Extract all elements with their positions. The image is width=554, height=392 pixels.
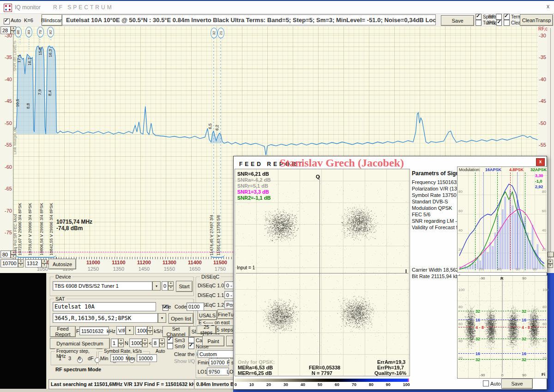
marked-peak-oval: 21 [217, 28, 224, 38]
step-6-label: 6 [78, 356, 81, 361]
rf-jpg-checkbox-pair: RF JPG [486, 14, 502, 26]
lnb-status-bar: 0.84m Inverto Black U [194, 379, 237, 389]
x-axis-if-label: 1750 [210, 266, 230, 272]
avg-spinner[interactable]: 8▲▼ [152, 339, 165, 347]
usals-button[interactable]: USALS [198, 310, 217, 320]
titlebar: IQ monitor RF SPECTRUM x [0, 0, 554, 14]
right-scrollbar[interactable] [547, 26, 554, 273]
r-axis-label: R [500, 276, 504, 281]
i-axis [236, 273, 409, 273]
diseqc11-label: DiSEqC 1.1 [198, 292, 224, 298]
custom-field[interactable]: Custom [198, 350, 234, 358]
mod-ytick-right: 60 [542, 209, 546, 213]
clean-checkbox[interactable] [504, 20, 510, 26]
fi-axis-label: Fi [542, 372, 545, 377]
q-axis-label: Q [316, 174, 320, 179]
set-channel-button[interactable]: Set Channel [163, 326, 189, 337]
param-snr-lm: SNR regarding LM -0, dB [412, 218, 456, 224]
code-field[interactable]: 0100 [187, 303, 204, 311]
jpg-checkbox[interactable] [496, 20, 502, 26]
transponder-combo[interactable]: 3645,R,16130,56,S2;8PSK▼ [53, 313, 166, 323]
autosize-button[interactable]: Autosize [48, 259, 76, 269]
max-symbolrate-field[interactable]: 10000 [137, 354, 157, 362]
phase-ytick-right: 100 [542, 288, 548, 292]
phase-bottom-tick: 0 [501, 373, 503, 377]
y-axis-label: -55 [1, 142, 12, 148]
polarization-combo[interactable]: V/R▼ [116, 326, 134, 335]
phase-ytick: 80 [458, 305, 463, 309]
noise-checkbox[interactable] [188, 343, 194, 349]
sat-group-caption: SAT [54, 296, 66, 302]
scrollbar-thumb[interactable] [548, 252, 554, 257]
x-axis-if-label: 1550 [159, 266, 180, 272]
scale-tick: 70 [352, 382, 356, 387]
blue-threshold-line [517, 172, 518, 270]
x-axis-label: 11400 [185, 260, 205, 265]
start-button[interactable]: Start [176, 281, 193, 292]
symbolrate-spinner[interactable]: 1000▲▼ [135, 326, 153, 335]
spectr-checkbox[interactable] [476, 14, 482, 20]
cleantransp-button[interactable]: CleanTransp [520, 14, 553, 26]
span-spinner[interactable]: 1312▲▼ [25, 259, 47, 267]
rf-scale-label: RF,c [538, 26, 548, 31]
transponder-group-bracket [16, 254, 56, 258]
fmin-spinner[interactable]: 10700▲▼ [0, 259, 24, 267]
save-spectrum-button[interactable]: Save [441, 15, 474, 26]
fmin-label: Fmin [198, 360, 209, 365]
feed-report-button[interactable]: Feed Report [50, 326, 76, 337]
param-validity: Validity of Forecast 97 % [412, 225, 456, 230]
marked-transponder-entry: 11501,63 V 13750 5/6 [216, 198, 221, 255]
y-axis-label-right: -30 [539, 33, 546, 38]
open-list-button[interactable]: Open list [169, 313, 193, 324]
dyn-count-spinner[interactable]: 1▲▼ [111, 339, 124, 347]
window-close-icon[interactable]: x [545, 3, 551, 10]
peak-quality-value: 10,5 [15, 90, 20, 107]
y-axis-label-right: -55 [539, 142, 546, 148]
mod-value: 2,92 [535, 184, 543, 189]
frequency-field[interactable]: 11501632 [79, 327, 109, 335]
peak-snr-value: 17,1 [17, 46, 21, 63]
device-combo[interactable]: TBS 6908 DVBS/S2 Tuner 1▼ [53, 281, 161, 291]
x-axis-label: 11000 [83, 260, 103, 265]
x-axis-if-label: 1350 [108, 266, 129, 272]
auto-label: Auto [11, 18, 21, 23]
device-group-caption: Device [54, 274, 72, 279]
feed-close-icon[interactable]: x [536, 158, 545, 166]
sm3-checkbox[interactable] [167, 337, 173, 343]
mod-xtick: 60 [516, 267, 520, 271]
auto-checkbox[interactable] [4, 18, 10, 24]
satellite-name-field[interactable]: Eutelsat 10A [53, 302, 156, 311]
modulation-label: Modulation: [459, 167, 481, 172]
scale-tick: 10 [249, 382, 254, 387]
terms-checkbox[interactable] [504, 14, 510, 20]
blindscan-button[interactable]: Blindscan [42, 14, 62, 26]
scale-tick: 80 [369, 382, 373, 387]
modulation-curves [458, 167, 547, 272]
chevron-down-icon: ▼ [158, 313, 166, 323]
lo1-field[interactable]: 9750 [207, 368, 229, 375]
sm9-checkbox[interactable] [167, 343, 173, 349]
peak-quality-value: 7,9 [37, 78, 42, 95]
dynamical-spectrum-button[interactable]: Dynamical Spectrum [50, 338, 110, 349]
phase-threshold-line: 1616 [458, 320, 546, 320]
m32apsk-label: 32APSK [530, 167, 547, 172]
snr2-value: SNR2=-1,1 dB [237, 195, 271, 201]
param-symbolrate: Symbol Rate 13750 kS/s [412, 192, 456, 198]
author-name: Stanislav Grech (Jacobek) [280, 157, 404, 169]
n-spinner[interactable]: 1000▲▼ [129, 339, 148, 347]
x-axis-if-label: 1250 [83, 266, 103, 272]
feed-auto-checkbox[interactable] [483, 380, 489, 386]
steps5-button[interactable]: 5 steps [216, 326, 234, 334]
fmin-field[interactable]: 10700 [209, 358, 229, 366]
peak-level-oval: 86 [15, 27, 22, 37]
x-axis-label: 11100 [108, 260, 129, 265]
phase-top-tick: 90 [522, 276, 526, 280]
transp-checkbox[interactable] [476, 20, 482, 26]
lo1-label: LO1 [198, 369, 207, 374]
device-index-spinner[interactable]: 0▲▼ [162, 281, 174, 291]
paint-button[interactable]: Paint [202, 336, 224, 346]
step-3-label: 3 [68, 356, 71, 361]
tooltip-level: -74,8 dBm [56, 225, 92, 232]
steps25-button[interactable]: 25 steps [197, 326, 216, 334]
feed-save-button[interactable]: Save [501, 379, 533, 389]
